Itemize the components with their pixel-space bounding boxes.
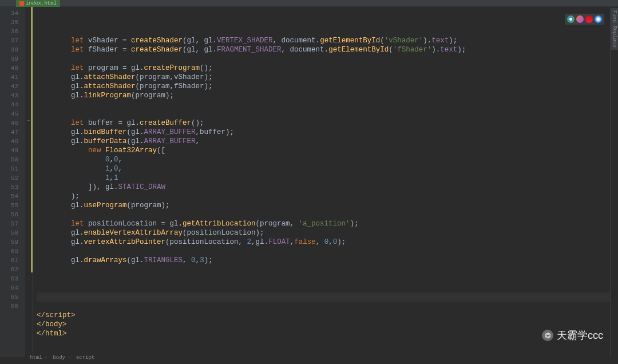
code-line[interactable]: </body>	[37, 320, 610, 329]
code-line[interactable]: 0,0,	[37, 155, 610, 164]
line-number: 49	[0, 146, 18, 155]
line-number: 58	[0, 228, 18, 238]
opera-icon[interactable]	[585, 15, 593, 23]
code-line[interactable]	[37, 292, 610, 302]
html-file-icon	[19, 1, 24, 6]
line-number-gutter: 3435363738394041424344454647484950515253…	[0, 7, 25, 357]
editor: 3435363738394041424344454647484950515253…	[0, 7, 618, 357]
code-line[interactable]: ]), gl.STATIC_DRAW	[37, 183, 610, 192]
line-number: 62	[0, 265, 18, 274]
code-line[interactable]: new Float32Array([	[37, 146, 610, 155]
line-number: 66	[0, 302, 18, 311]
watermark: ❂ 天霸学ccc	[542, 329, 603, 342]
chrome-icon[interactable]	[567, 15, 575, 23]
breadcrumbs[interactable]: html· body· script	[27, 355, 97, 361]
line-number: 55	[0, 201, 18, 210]
line-number: 47	[0, 128, 18, 137]
breadcrumb-item[interactable]: html	[30, 355, 42, 361]
line-number: 43	[0, 91, 18, 100]
fold-marker-icon[interactable]: −	[26, 118, 31, 124]
file-tab[interactable]: index.html	[16, 0, 60, 7]
line-number: 42	[0, 82, 18, 91]
code-line[interactable]	[37, 274, 610, 283]
line-number: 45	[0, 109, 18, 118]
line-number: 52	[0, 173, 18, 183]
code-line[interactable]: gl.drawArrays(gl.TRIANGLES, 0,3);	[37, 256, 610, 265]
code-line[interactable]	[37, 302, 610, 311]
code-line[interactable]: gl.vertexAttribPointer(positionLocation,…	[37, 238, 610, 247]
code-line[interactable]: 1,0,	[37, 164, 610, 173]
line-number: 50	[0, 155, 18, 164]
code-line[interactable]	[37, 247, 610, 256]
line-number: 51	[0, 164, 18, 173]
code-line[interactable]: gl.bufferData(gl.ARRAY_BUFFER,	[37, 137, 610, 146]
code-line[interactable]: let program = gl.createProgram();	[37, 64, 610, 73]
code-line[interactable]: gl.linkProgram(program);	[37, 91, 610, 100]
code-line[interactable]	[37, 283, 610, 292]
code-line[interactable]: gl.bindBuffer(gl.ARRAY_BUFFER,buffer);	[37, 128, 610, 137]
code-line[interactable]	[37, 54, 610, 64]
firefox-icon[interactable]	[576, 15, 584, 23]
code-line[interactable]: </script>	[37, 311, 610, 320]
code-line[interactable]: gl.attachShader(program,vShader);	[37, 73, 610, 82]
code-line[interactable]	[37, 210, 610, 219]
line-number: 39	[0, 54, 18, 64]
code-line[interactable]: gl.useProgram(program);	[37, 201, 610, 210]
line-number: 59	[0, 238, 18, 247]
line-number: 46	[0, 118, 18, 128]
code-line[interactable]	[37, 109, 610, 118]
line-number: 40	[0, 64, 18, 73]
line-number: 54	[0, 192, 18, 201]
line-number: 44	[0, 100, 18, 109]
safari-icon[interactable]	[595, 15, 602, 23]
change-marker	[31, 7, 33, 272]
watermark-text: 天霸学ccc	[557, 329, 603, 342]
breadcrumb-item[interactable]: body	[53, 355, 65, 361]
line-number: 64	[0, 283, 18, 292]
line-number: 53	[0, 183, 18, 192]
wechat-icon: ❂	[542, 330, 553, 341]
code-line[interactable]: gl.attachShader(program,fShader);	[37, 82, 610, 91]
code-line[interactable]	[37, 265, 610, 274]
code-line[interactable]: 1,1	[37, 173, 610, 183]
line-number: 38	[0, 45, 18, 54]
breadcrumb-item[interactable]: script	[76, 355, 94, 361]
code-line[interactable]: let fShader = createShader(gl, gl.FRAGME…	[37, 45, 610, 54]
browser-preview-toolbar	[565, 14, 604, 25]
code-line[interactable]: let positionLocation = gl.getAttribLocat…	[37, 219, 610, 228]
line-number: 63	[0, 274, 18, 283]
line-number: 60	[0, 247, 18, 256]
line-number: 56	[0, 210, 18, 219]
line-number: 34	[0, 9, 18, 18]
line-number: 35	[0, 18, 18, 27]
sidebar-find-replace[interactable]: Find Replace	[611, 8, 618, 50]
line-number: 61	[0, 256, 18, 265]
line-number: 57	[0, 219, 18, 228]
code-line[interactable]: let buffer = gl.createBuffer();	[37, 118, 610, 128]
line-number: 65	[0, 292, 18, 302]
line-number: 37	[0, 36, 18, 45]
line-number: 48	[0, 137, 18, 146]
line-number: 36	[0, 27, 18, 36]
line-number: 41	[0, 73, 18, 82]
code-line[interactable]: </html>	[37, 329, 610, 338]
tab-filename: index.html	[26, 1, 57, 6]
code-line[interactable]: );	[37, 192, 610, 201]
code-line[interactable]: gl.enableVertexAttribArray(positionLocat…	[37, 228, 610, 238]
code-area[interactable]: let vShader = createShader(gl, gl.VERTEX…	[33, 7, 610, 357]
code-line[interactable]	[37, 100, 610, 109]
scrollbar-strip[interactable]	[610, 7, 618, 357]
tab-bar: index.html	[0, 0, 618, 7]
code-line[interactable]: let vShader = createShader(gl, gl.VERTEX…	[37, 36, 610, 45]
